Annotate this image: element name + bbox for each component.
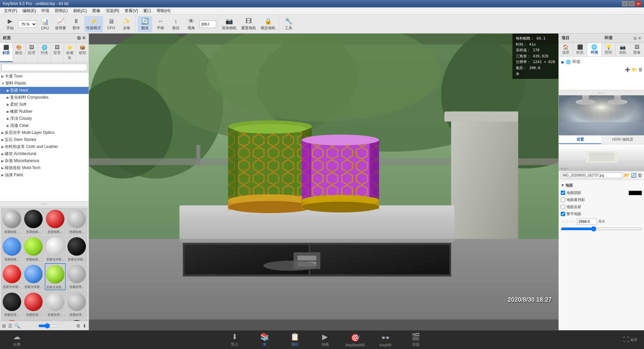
- env-file-refresh-icon[interactable]: 🔄: [631, 173, 636, 178]
- maximize-button[interactable]: □: [629, 1, 635, 6]
- perf-button[interactable]: ⚡ 性能模式: [84, 16, 103, 32]
- thumb-black-rough[interactable]: 坚硬粗糙...: [23, 208, 44, 235]
- tree-item-moldtech[interactable]: ▶ 模德造纹 Mold-Tech: [0, 164, 89, 171]
- grid-icon[interactable]: ⊞: [2, 323, 6, 329]
- env-file-delete-icon[interactable]: 🗑: [638, 173, 642, 178]
- ground-reflect-label[interactable]: 地面反射: [566, 204, 581, 209]
- tree-item-plastic[interactable]: ▼ 塑料 Plastic: [0, 80, 89, 87]
- settings-icon[interactable]: ⚙: [76, 323, 81, 329]
- env-tree-root[interactable]: ▶ 🌐 环境: [560, 58, 643, 66]
- menu-item-E[interactable]: 编辑(E): [20, 7, 39, 14]
- tree-item-rubber[interactable]: ▶ 橡胶 Rubber: [0, 108, 89, 115]
- env-file-input[interactable]: IMG_20200830_182737.jpg: [561, 172, 623, 178]
- thumb-red-rough[interactable]: 坚硬粗糙...: [45, 208, 66, 235]
- add-camera-button[interactable]: 📷 添加相机: [220, 16, 239, 32]
- ground-shadow-label[interactable]: 地面阴影: [566, 190, 581, 195]
- start-button[interactable]: ▶ 开始: [3, 16, 17, 32]
- search-icon[interactable]: 🔍: [14, 323, 20, 329]
- thumb-green-gloss[interactable]: 坚硬光泽塑...: [45, 263, 66, 291]
- thumb-blue-gloss[interactable]: 坚硬光泽塑...: [23, 263, 44, 291]
- ground-shadow-checkbox[interactable]: [561, 191, 565, 195]
- render-value-input[interactable]: [199, 20, 216, 28]
- right-tab-mat[interactable]: ⬛ 材质: [573, 43, 588, 56]
- ground-ao-checkbox[interactable]: [561, 198, 565, 202]
- cpu-button[interactable]: 📊 CPU: [38, 16, 52, 32]
- menu-item-L[interactable]: 照明(L): [52, 7, 70, 14]
- menu-item-[interactable]: 图像: [90, 7, 103, 14]
- tree-item-paint[interactable]: ▶ 油漆 Paint: [0, 171, 89, 179]
- thumb-gray-tex[interactable]: 坚硬纹理...: [66, 263, 88, 291]
- project-btn[interactable]: 📋 项目: [285, 333, 305, 347]
- thumb-green-rough[interactable]: 坚硬粗糙...: [23, 236, 44, 262]
- cpu2-button[interactable]: 🖥 CPU: [104, 16, 118, 32]
- fullscreen-button[interactable]: ⛶: [623, 336, 629, 343]
- menu-item-[interactable]: 窗口: [141, 7, 154, 14]
- zoom-select[interactable]: 75 %: [18, 20, 37, 28]
- tab-model[interactable]: 📦 模型: [76, 43, 89, 62]
- animation-btn[interactable]: ▶ 动画: [315, 333, 335, 347]
- tree-item-soft[interactable]: ▶ 柔软 Soft: [0, 101, 89, 108]
- close-button[interactable]: ✕: [635, 1, 641, 6]
- tree-item-multilayer[interactable]: ▶ 多层光学 Multi-Layer Optics: [0, 129, 89, 136]
- pause-button[interactable]: ⏸ 暂停: [69, 16, 84, 32]
- thumb-gray-gloss[interactable]: 坚硬光泽塑...: [45, 236, 66, 262]
- tab-bg[interactable]: 🖼 背景: [51, 43, 63, 62]
- right-tab-env[interactable]: 🌐 环境: [587, 43, 602, 56]
- right-dock-icon[interactable]: ⧉: [634, 36, 637, 41]
- render-bottom-btn[interactable]: 🎬 渲染: [406, 333, 426, 347]
- tab-env-l[interactable]: 🌐 环境: [38, 43, 51, 62]
- pan-button[interactable]: ↔ 平移: [153, 16, 168, 32]
- right-tab-scene[interactable]: 🏠 场景: [559, 43, 573, 56]
- tree-item-hard[interactable]: ▶ 坚硬 Hard: [0, 87, 89, 94]
- env-settings-tab-hdri[interactable]: HDRI 编辑器: [601, 136, 644, 144]
- thumb-silver-tex[interactable]: 坚硬纹理...: [45, 291, 66, 318]
- right-tab-img[interactable]: 🖼 图像: [630, 43, 644, 56]
- tree-item-misc[interactable]: ▶ 杂项 Miscellaneous: [0, 157, 89, 164]
- tree-item-clear[interactable]: ▶ 清澈 Clear: [0, 122, 89, 129]
- thumb-black-gloss[interactable]: 坚硬光泽塑...: [66, 236, 88, 262]
- tab-material[interactable]: ⬛ 材质: [0, 43, 13, 62]
- thumb-blue-rough[interactable]: 坚硬粗糙...: [1, 236, 22, 262]
- tools-button[interactable]: 🔧 工具: [281, 16, 296, 32]
- reset-camera-button[interactable]: 🎞 覆置相机: [239, 16, 258, 32]
- thumb-red-gloss[interactable]: 坚硬光泽塑...: [1, 263, 22, 291]
- right-tab-light[interactable]: 💡 照明: [602, 43, 616, 56]
- menu-item-V[interactable]: 查看(V): [122, 7, 141, 14]
- thumb-silver-rough[interactable]: 坚硬粗糙...: [66, 208, 88, 235]
- env-file-folder-icon[interactable]: 📂: [624, 173, 630, 178]
- menu-item-H[interactable]: 帮助(H): [154, 7, 173, 14]
- menu-item-F[interactable]: 文件(F): [1, 7, 20, 14]
- minimize-button[interactable]: ─: [622, 1, 628, 6]
- thumb-gray-rough[interactable]: 坚硬粗糙...: [1, 208, 22, 235]
- ground-ao-label[interactable]: 地面遮挡影: [566, 197, 585, 202]
- tab-texture[interactable]: 🖼 纹理: [26, 43, 38, 62]
- tab-fav[interactable]: ⭐ 收藏夹: [63, 43, 76, 62]
- usage-button[interactable]: 📈 使用量: [53, 16, 68, 32]
- ground-flat-checkbox[interactable]: [561, 212, 565, 216]
- thumb-red-tex[interactable]: 坚硬纹理...: [23, 291, 44, 318]
- ground-reflect-checkbox[interactable]: [561, 205, 565, 209]
- shadow-color-swatch[interactable]: [629, 191, 642, 195]
- right-tab-cam[interactable]: 📷 相机: [616, 43, 630, 56]
- cloud-btn[interactable]: ☁ 云库: [7, 333, 27, 347]
- lock-camera-button[interactable]: 🔒 锁定相机: [259, 16, 278, 32]
- tree-item-arch[interactable]: ▶ 建筑 Architectural: [0, 150, 89, 157]
- keyvr-btn[interactable]: 👓 KeyVR: [376, 334, 396, 347]
- library-btn[interactable]: 📚 库: [255, 333, 275, 347]
- thumb-red-tex3[interactable]: 坚硬纹理...: [1, 318, 22, 321]
- denoise-button[interactable]: ✨ 去噪: [119, 16, 134, 32]
- tree-item-gem[interactable]: ▶ 宝石 Gem Stones: [0, 136, 89, 143]
- tree-item-toon[interactable]: ▶ 卡通 Toon: [0, 73, 89, 80]
- ground-flat-label[interactable]: 整平地面: [566, 211, 581, 216]
- menu-item-[interactable]: 环境: [39, 7, 52, 14]
- env-add-icon[interactable]: ➕: [625, 67, 630, 72]
- size-slider[interactable]: [38, 323, 58, 329]
- thumb-gray-tex3[interactable]: 坚硬纹理...: [23, 318, 44, 321]
- menu-item-R[interactable]: 渲染(R): [103, 7, 122, 14]
- download-icon[interactable]: ⬇: [83, 323, 87, 329]
- left-panel-close-icon[interactable]: ✕: [82, 35, 86, 41]
- tab-color[interactable]: 🎨 颜色: [13, 43, 26, 62]
- dolly-button[interactable]: ↕ 推拉: [168, 16, 183, 32]
- env-delete-icon[interactable]: 🗑: [638, 67, 643, 72]
- thumb-gray-tex2[interactable]: 坚硬纹理...: [66, 291, 88, 318]
